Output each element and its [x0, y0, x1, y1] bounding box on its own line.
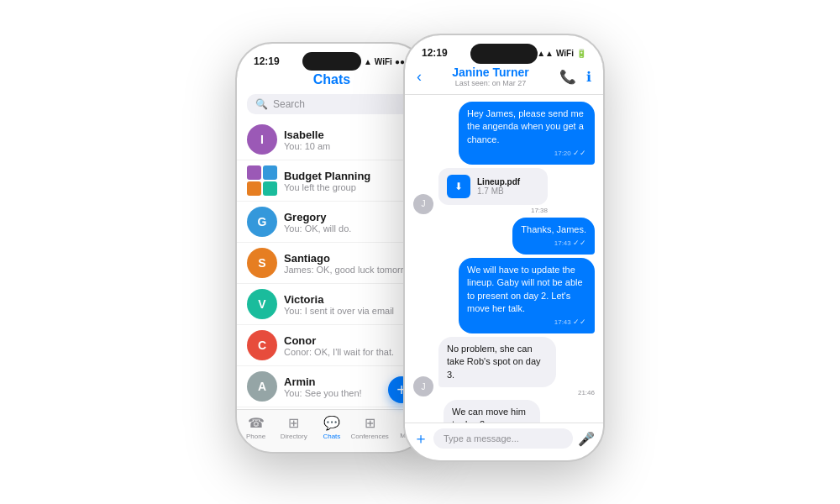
- file-size: 1.7 MB: [477, 186, 520, 196]
- message-bubble: Hey James, please send me the angenda wh…: [459, 102, 595, 165]
- microphone-button[interactable]: 🎤: [578, 431, 595, 447]
- message-row: Hey James, please send me the angenda wh…: [413, 102, 595, 165]
- list-item[interactable]: S Santiago James: OK, good luck tomorrow…: [237, 243, 427, 284]
- group-avatar: [247, 165, 277, 196]
- status-icons-right: ▲▲ WiFi 🔋: [537, 49, 586, 58]
- search-icon: 🔍: [255, 98, 268, 110]
- chat-preview: You: OK, will do.: [284, 223, 417, 234]
- input-placeholder: Type a message...: [444, 433, 519, 444]
- message-text: Hey James, please send me the angenda wh…: [467, 108, 584, 144]
- file-name: Lineup.pdf: [477, 177, 520, 186]
- nav-conferences-label: Conferences: [350, 433, 388, 440]
- nav-chats[interactable]: 💬 Chats: [312, 415, 350, 440]
- conferences-nav-icon: ⊞: [365, 415, 375, 431]
- avatar: G: [247, 207, 277, 237]
- avatar: S: [247, 248, 277, 278]
- nav-conferences[interactable]: ⊞ Conferences: [350, 415, 388, 440]
- contact-name: Janine Turner: [422, 66, 559, 79]
- message-bubble: No problem, she can take Rob's spot on d…: [438, 337, 556, 387]
- sender-avatar: J: [413, 376, 433, 396]
- messages-area: Hey James, please send me the angenda wh…: [405, 95, 603, 423]
- phone-left: 12:19 ▲ WiFi ●●● Chats 🔍 Search I Isabel…: [235, 42, 428, 454]
- chat-preview: You left the group: [284, 182, 417, 192]
- list-item[interactable]: V Victoria You: I sent it over via email: [237, 284, 427, 325]
- message-row: J ⬇ Lineup.pdf 1.7 MB 17:38: [413, 168, 595, 214]
- message-bubble: We will have to update the lineup. Gaby …: [459, 258, 595, 333]
- dynamic-island-right: [470, 44, 538, 64]
- chat-preview: You: 10 am: [284, 141, 417, 151]
- message-row: Thanks, James. 17:43 ✓✓: [413, 218, 595, 255]
- nav-phone[interactable]: ☎ Phone: [237, 415, 275, 440]
- chat-name: Gregory: [284, 211, 417, 223]
- chat-preview: James: OK, good luck tomorrow!: [284, 265, 417, 275]
- nav-directory[interactable]: ⊞ Directory: [275, 415, 312, 440]
- attachment-button[interactable]: ＋: [413, 428, 428, 449]
- bottom-navigation: ☎ Phone ⊞ Directory 💬 Chats ⊞ Conference…: [237, 409, 427, 452]
- message-row: We can move him to day 2. 21:47: [413, 400, 595, 423]
- file-download-icon: ⬇: [447, 175, 470, 198]
- chat-preview: You: I sent it over via email: [284, 306, 417, 316]
- phone-right: 12:19 ▲▲ WiFi 🔋 ‹ Janine Turner Last see…: [403, 34, 605, 462]
- list-item[interactable]: G Gregory You: OK, will do.: [237, 202, 427, 243]
- chat-name: Conor: [284, 334, 417, 347]
- status-time-left: 12:19: [254, 55, 280, 67]
- message-time: 17:43 ✓✓: [521, 238, 586, 249]
- message-text: We will have to update the lineup. Gaby …: [467, 265, 583, 313]
- contact-info: Janine Turner Last seen: on Mar 27: [422, 66, 559, 87]
- file-bubble[interactable]: ⬇ Lineup.pdf 1.7 MB: [438, 168, 548, 205]
- chat-name: Isabelle: [284, 129, 417, 141]
- directory-nav-icon: ⊞: [288, 415, 299, 431]
- conversation-header: ‹ Janine Turner Last seen: on Mar 27 📞 ℹ: [405, 62, 603, 95]
- message-input[interactable]: Type a message...: [433, 428, 573, 449]
- search-bar[interactable]: 🔍 Search: [247, 94, 417, 114]
- file-message: ⬇ Lineup.pdf 1.7 MB 17:38: [438, 168, 548, 214]
- chat-name: Victoria: [284, 293, 417, 306]
- message-input-area: ＋ Type a message... 🎤: [405, 423, 603, 460]
- conversation-actions: 📞 ℹ: [559, 69, 591, 85]
- avatar: A: [247, 371, 277, 402]
- chats-screen: 12:19 ▲ WiFi ●●● Chats 🔍 Search I Isabel…: [237, 44, 427, 452]
- message-time: 17:20 ✓✓: [467, 148, 586, 159]
- message-text: We can move him to day 2.: [452, 407, 526, 423]
- read-ticks: ✓✓: [573, 318, 586, 326]
- read-ticks: ✓✓: [573, 149, 586, 157]
- avatar: I: [247, 124, 277, 155]
- message-bubble: We can move him to day 2.: [444, 400, 540, 423]
- nav-directory-label: Directory: [281, 433, 307, 440]
- contact-status: Last seen: on Mar 27: [422, 79, 559, 87]
- conversation-screen: 12:19 ▲▲ WiFi 🔋 ‹ Janine Turner Last see…: [405, 35, 603, 460]
- phones-container: 12:19 ▲ WiFi ●●● Chats 🔍 Search I Isabel…: [0, 0, 840, 504]
- read-ticks: ✓✓: [573, 239, 586, 247]
- chat-preview: Conor: OK, I'll wait for that.: [284, 347, 417, 357]
- message-time: 17:38: [438, 207, 548, 214]
- call-button[interactable]: 📞: [559, 69, 576, 85]
- avatar: C: [247, 330, 277, 360]
- message-bubble: Thanks, James. 17:43 ✓✓: [512, 218, 595, 255]
- chat-name: Budget Planning: [284, 170, 417, 182]
- list-item[interactable]: I Isabelle You: 10 am: [237, 119, 427, 160]
- status-time-right: 12:19: [422, 47, 448, 59]
- list-item[interactable]: Budget Planning You left the group: [237, 160, 427, 202]
- list-item[interactable]: C Conor Conor: OK, I'll wait for that.: [237, 325, 427, 366]
- message-row: We will have to update the lineup. Gaby …: [413, 258, 595, 333]
- dynamic-island-left: [302, 52, 361, 71]
- message-text: No problem, she can take Rob's spot on d…: [447, 344, 541, 380]
- chats-title: Chats: [237, 71, 427, 94]
- sender-avatar: J: [413, 194, 433, 214]
- message-row: J No problem, she can take Rob's spot on…: [413, 337, 595, 396]
- nav-chats-label: Chats: [323, 433, 340, 440]
- message-time: 21:46: [438, 389, 595, 396]
- chats-nav-icon: 💬: [323, 415, 340, 431]
- message-time: 17:43 ✓✓: [467, 317, 586, 328]
- nav-phone-label: Phone: [246, 433, 265, 440]
- chat-name: Santiago: [284, 252, 417, 265]
- file-info: Lineup.pdf 1.7 MB: [477, 177, 520, 196]
- search-placeholder: Search: [273, 98, 305, 110]
- phone-nav-icon: ☎: [248, 415, 265, 431]
- info-button[interactable]: ℹ: [586, 69, 591, 85]
- avatar: V: [247, 289, 277, 319]
- message-text: Thanks, James.: [521, 224, 586, 234]
